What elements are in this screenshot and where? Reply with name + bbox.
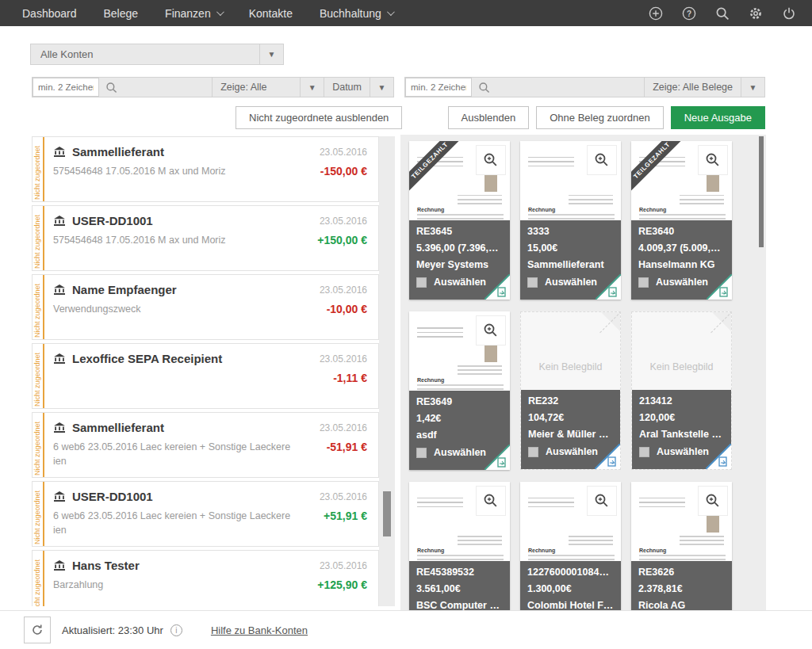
assign-receipt-corner-icon[interactable] <box>707 274 732 300</box>
transaction-row[interactable]: Nicht zugeordnet USER-DD1001 23.05.2016 … <box>32 205 379 271</box>
transaction-date: 23.05.2016 <box>320 145 367 158</box>
nav-finanzen[interactable]: Finanzen <box>165 7 222 20</box>
transaction-row[interactable]: Nicht zugeordnet Hans Tester 23.05.2016 … <box>32 550 379 606</box>
receipt-name: Ricola AG <box>638 597 725 610</box>
zoom-receipt-button[interactable] <box>699 146 727 174</box>
receipt-card[interactable]: TEILGEZAHLT Rechnung RE3645 5.396,00 (7.… <box>409 141 510 300</box>
zoom-receipt-button[interactable] <box>477 316 505 345</box>
refresh-button[interactable] <box>24 617 51 643</box>
date-filter-dropdown[interactable]: Datum ▼ <box>324 78 393 97</box>
receipt-name: BSC Computer Syste… <box>416 597 503 610</box>
search-icon <box>472 78 496 97</box>
receipt-name: Hanselmann KG <box>638 257 725 273</box>
receipts-panel: TEILGEZAHLT Rechnung RE3645 5.396,00 (7.… <box>400 135 766 610</box>
transaction-row[interactable]: Nicht zugeordnet Sammellieferant 23.05.2… <box>32 412 379 478</box>
select-receipt-checkbox[interactable] <box>527 277 538 288</box>
zoom-receipt-button[interactable] <box>699 487 727 515</box>
hide-unassigned-button[interactable]: Nicht zugeordnete ausblenden <box>236 106 402 129</box>
partially-paid-ribbon: TEILGEZAHLT <box>631 141 690 199</box>
search-icon[interactable] <box>715 6 730 21</box>
zoom-receipt-button[interactable] <box>588 487 616 515</box>
receipt-number: RE3645 <box>416 223 503 240</box>
account-select[interactable]: Alle Konten ▼ <box>30 44 284 65</box>
select-receipt-checkbox[interactable] <box>416 277 427 288</box>
receipt-card[interactable]: Rechnung RE45389532 3.561,00€ BSC Comput… <box>409 482 510 610</box>
receipt-card[interactable]: Rechnung RE3649 1,42€ asdf Auswählen <box>409 311 510 470</box>
receipt-card[interactable]: Kein Belegbild 213412 120,00€ Aral Tanks… <box>631 311 732 470</box>
transaction-row[interactable]: Nicht zugeordnet Name Empfaenger 23.05.2… <box>32 274 379 340</box>
transaction-name: Sammellieferant <box>72 145 164 158</box>
transaction-row[interactable]: Nicht zugeordnet Lexoffice SEPA Receipie… <box>32 343 379 409</box>
transaction-amount: -1,11 € <box>333 372 367 384</box>
assign-receipt-corner-icon[interactable] <box>596 274 621 300</box>
receipts-filterbar: Zeige: Alle Belege ▼ <box>404 77 765 97</box>
nav-buchhaltung[interactable]: Buchhaltung <box>320 7 393 20</box>
receipt-card[interactable]: TEILGEZAHLT Rechnung RE3640 4.009,37 (5.… <box>631 141 732 300</box>
select-receipt-checkbox[interactable] <box>416 448 427 458</box>
nav-kontakte[interactable]: Kontakte <box>249 7 293 20</box>
chevron-down-icon[interactable]: ▼ <box>259 44 283 64</box>
receipts-scrollbar-thumb[interactable] <box>759 136 764 247</box>
info-icon[interactable]: i <box>170 624 182 636</box>
help-icon[interactable]: ? <box>682 6 696 21</box>
receipt-name: Meyer Systems <box>416 257 503 273</box>
bank-icon <box>53 491 66 502</box>
assign-receipt-corner-icon[interactable] <box>485 274 510 300</box>
zoom-receipt-button[interactable] <box>588 146 616 174</box>
receipt-card[interactable]: Kein Belegbild RE232 104,72€ Meier & Mül… <box>520 311 621 470</box>
zoom-receipt-button[interactable] <box>477 487 505 515</box>
transaction-amount: +150,00 € <box>317 234 367 248</box>
receipt-name: asdf <box>416 427 503 444</box>
unassigned-badge: Nicht zugeordnet <box>33 551 44 606</box>
transaction-amount: -10,00 € <box>327 303 367 317</box>
transaction-name: Hans Tester <box>72 559 140 572</box>
receipt-card[interactable]: Rechnung 3333 15,00€ Sammellieferant Aus… <box>520 141 621 300</box>
assign-receipt-corner-icon[interactable] <box>595 444 620 469</box>
select-receipt-checkbox[interactable] <box>639 447 649 457</box>
nav-dashboard[interactable]: Dashboard <box>22 7 77 20</box>
transaction-description: Barzahlung <box>53 578 103 593</box>
hide-button[interactable]: Ausblenden <box>448 106 530 129</box>
transaction-row[interactable]: Nicht zugeordnet USER-DD1001 23.05.2016 … <box>32 481 379 547</box>
transaction-row[interactable]: Nicht zugeordnet Sammellieferant 23.05.2… <box>32 136 379 202</box>
bank-accounts-help-link[interactable]: Hilfe zu Bank-Konten <box>211 624 308 636</box>
select-label: Auswählen <box>546 446 598 457</box>
transaction-date: 23.05.2016 <box>320 352 367 365</box>
transaction-description: 575454648 17.05.2016 M ax und Moriz <box>53 234 226 248</box>
assign-receipt-corner-icon[interactable] <box>485 445 510 470</box>
no-receipt-image-label: Kein Belegbild <box>521 361 620 372</box>
transaction-description: 6 web6 23.05.2016 Laec kereien + Sonstig… <box>53 441 291 468</box>
new-expense-button[interactable]: Neue Ausgabe <box>671 106 765 129</box>
search-icon <box>99 78 123 97</box>
transactions-search-input[interactable] <box>33 78 99 97</box>
receipt-amount: 1,42€ <box>416 410 503 427</box>
unassigned-badge: Nicht zugeordnet <box>33 275 44 339</box>
receipt-amount: 120,00€ <box>639 410 724 426</box>
select-receipt-checkbox[interactable] <box>638 277 649 288</box>
last-updated-text: Aktualisiert: 23:30 Uhr <box>62 624 163 636</box>
gear-icon[interactable] <box>749 6 763 21</box>
receipt-number: RE3640 <box>638 223 725 240</box>
add-icon[interactable] <box>649 6 663 21</box>
receipt-card[interactable]: Rechnung 12276000010844915 1.300,00€ Col… <box>520 482 621 610</box>
assign-receipt-corner-icon[interactable] <box>706 444 731 469</box>
transactions-scrollbar-thumb[interactable] <box>383 491 391 536</box>
select-label: Auswählen <box>656 277 708 288</box>
receipt-amount: 5.396,00 (7.396,00) € <box>416 240 503 257</box>
select-receipt-checkbox[interactable] <box>528 447 538 457</box>
receipts-search-input[interactable] <box>405 78 472 97</box>
unassigned-badge: Nicht zugeordnet <box>33 137 44 201</box>
show-receipts-dropdown[interactable]: Zeige: Alle Belege ▼ <box>644 78 764 97</box>
receipt-name: Sammellieferant <box>527 257 614 273</box>
receipt-card[interactable]: Rechnung RE3626 2.378,81€ Ricola AG Ausw… <box>631 482 732 610</box>
transactions-scrollbar-track[interactable] <box>379 136 395 606</box>
zoom-receipt-button[interactable] <box>477 146 505 174</box>
receipt-name: Aral Tankstelle Rudol… <box>639 426 724 443</box>
svg-text:?: ? <box>687 9 691 17</box>
power-icon[interactable] <box>782 6 796 21</box>
transaction-date: 23.05.2016 <box>320 559 367 571</box>
nav-belege[interactable]: Belege <box>104 7 139 20</box>
show-filter-dropdown[interactable]: Zeige: Alle ▼ <box>212 78 324 97</box>
receipt-amount: 104,72€ <box>528 410 613 426</box>
assign-without-receipt-button[interactable]: Ohne Beleg zuordnen <box>536 106 663 129</box>
